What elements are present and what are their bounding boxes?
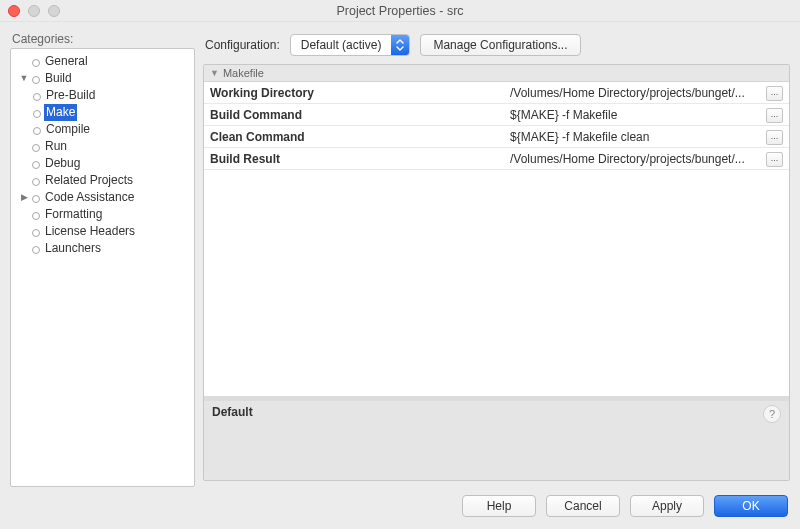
properties-table: Working Directory /Volumes/Home Director… bbox=[204, 82, 789, 170]
description-title: Default bbox=[212, 405, 781, 419]
tree-item-label: Compile bbox=[44, 121, 92, 138]
categories-tree[interactable]: General ▼Build Pre-Build Make Compile Ru… bbox=[10, 48, 195, 487]
chevron-down-icon[interactable]: ▼ bbox=[19, 70, 29, 87]
dropdown-icon bbox=[391, 35, 409, 55]
properties-panel: ▼ Makefile Working Directory /Volumes/Ho… bbox=[203, 64, 790, 481]
browse-button[interactable]: ... bbox=[766, 108, 783, 123]
node-icon bbox=[32, 160, 40, 168]
sidebar: Categories: General ▼Build Pre-Build Mak… bbox=[10, 32, 195, 487]
prop-key: Clean Command bbox=[204, 126, 504, 148]
tree-item-general[interactable]: General bbox=[17, 53, 194, 70]
tree-item-pre-build[interactable]: Pre-Build bbox=[31, 87, 194, 104]
prop-row-build-result[interactable]: Build Result /Volumes/Home Directory/pro… bbox=[204, 148, 789, 170]
tree-item-label: Launchers bbox=[43, 240, 103, 257]
help-icon[interactable]: ? bbox=[763, 405, 781, 423]
node-icon bbox=[32, 245, 40, 253]
prop-value[interactable]: ${MAKE} -f Makefile bbox=[504, 104, 760, 126]
tree-item-make[interactable]: Make bbox=[31, 104, 194, 121]
cancel-button[interactable]: Cancel bbox=[546, 495, 620, 517]
prop-value[interactable]: /Volumes/Home Directory/projects/bunget/… bbox=[504, 82, 760, 104]
manage-configurations-button[interactable]: Manage Configurations... bbox=[420, 34, 580, 56]
close-icon[interactable] bbox=[8, 5, 20, 17]
browse-button[interactable]: ... bbox=[766, 86, 783, 101]
dialog-footer: Help Cancel Apply OK bbox=[0, 487, 800, 529]
tree-item-code-assistance[interactable]: ▶Code Assistance bbox=[17, 189, 194, 206]
node-icon bbox=[32, 58, 40, 66]
node-icon bbox=[32, 75, 40, 83]
prop-row-working-directory[interactable]: Working Directory /Volumes/Home Director… bbox=[204, 82, 789, 104]
prop-value[interactable]: ${MAKE} -f Makefile clean bbox=[504, 126, 760, 148]
description-panel: Default ? bbox=[204, 398, 789, 480]
tree-item-label: Related Projects bbox=[43, 172, 135, 189]
node-icon bbox=[32, 228, 40, 236]
configuration-label: Configuration: bbox=[205, 38, 280, 52]
prop-value[interactable]: /Volumes/Home Directory/projects/bunget/… bbox=[504, 148, 760, 170]
minimize-icon bbox=[28, 5, 40, 17]
node-icon bbox=[32, 211, 40, 219]
titlebar: Project Properties - src bbox=[0, 0, 800, 22]
tree-item-label: Pre-Build bbox=[44, 87, 97, 104]
window-title: Project Properties - src bbox=[336, 4, 463, 18]
chevron-right-icon[interactable]: ▶ bbox=[19, 189, 29, 206]
browse-button[interactable]: ... bbox=[766, 130, 783, 145]
prop-row-clean-command[interactable]: Clean Command ${MAKE} -f Makefile clean … bbox=[204, 126, 789, 148]
tree-item-compile[interactable]: Compile bbox=[31, 121, 194, 138]
browse-button[interactable]: ... bbox=[766, 152, 783, 167]
apply-button[interactable]: Apply bbox=[630, 495, 704, 517]
categories-label: Categories: bbox=[10, 32, 195, 46]
configuration-select[interactable]: Default (active) bbox=[290, 34, 411, 56]
section-header-makefile[interactable]: ▼ Makefile bbox=[204, 65, 789, 82]
node-icon bbox=[32, 177, 40, 185]
tree-item-label: Debug bbox=[43, 155, 82, 172]
node-icon bbox=[33, 126, 41, 134]
tree-item-related-projects[interactable]: Related Projects bbox=[17, 172, 194, 189]
project-properties-window: Project Properties - src Categories: Gen… bbox=[0, 0, 800, 529]
node-icon bbox=[33, 109, 41, 117]
content: Categories: General ▼Build Pre-Build Mak… bbox=[0, 22, 800, 487]
main-panel: Configuration: Default (active) Manage C… bbox=[203, 32, 790, 487]
tree-item-label: General bbox=[43, 53, 90, 70]
tree-item-label: License Headers bbox=[43, 223, 137, 240]
configuration-row: Configuration: Default (active) Manage C… bbox=[203, 32, 790, 64]
configuration-value: Default (active) bbox=[291, 38, 392, 52]
tree-item-label: Make bbox=[44, 104, 77, 121]
node-icon bbox=[33, 92, 41, 100]
tree-item-debug[interactable]: Debug bbox=[17, 155, 194, 172]
prop-key: Working Directory bbox=[204, 82, 504, 104]
node-icon bbox=[32, 194, 40, 202]
tree-item-build[interactable]: ▼Build Pre-Build Make Compile bbox=[17, 70, 194, 138]
prop-key: Build Result bbox=[204, 148, 504, 170]
tree-item-run[interactable]: Run bbox=[17, 138, 194, 155]
node-icon bbox=[32, 143, 40, 151]
chevron-down-icon: ▼ bbox=[210, 68, 219, 78]
splitter-handle[interactable] bbox=[204, 396, 789, 401]
help-button[interactable]: Help bbox=[462, 495, 536, 517]
tree-item-label: Run bbox=[43, 138, 69, 155]
prop-key: Build Command bbox=[204, 104, 504, 126]
tree-item-launchers[interactable]: Launchers bbox=[17, 240, 194, 257]
section-title: Makefile bbox=[223, 67, 264, 79]
zoom-icon bbox=[48, 5, 60, 17]
properties-empty-area bbox=[204, 170, 789, 398]
tree-item-formatting[interactable]: Formatting bbox=[17, 206, 194, 223]
tree-item-label: Build bbox=[43, 70, 74, 87]
prop-row-build-command[interactable]: Build Command ${MAKE} -f Makefile ... bbox=[204, 104, 789, 126]
tree-item-license-headers[interactable]: License Headers bbox=[17, 223, 194, 240]
tree-item-label: Formatting bbox=[43, 206, 104, 223]
ok-button[interactable]: OK bbox=[714, 495, 788, 517]
tree-item-label: Code Assistance bbox=[43, 189, 136, 206]
window-controls bbox=[8, 5, 60, 17]
